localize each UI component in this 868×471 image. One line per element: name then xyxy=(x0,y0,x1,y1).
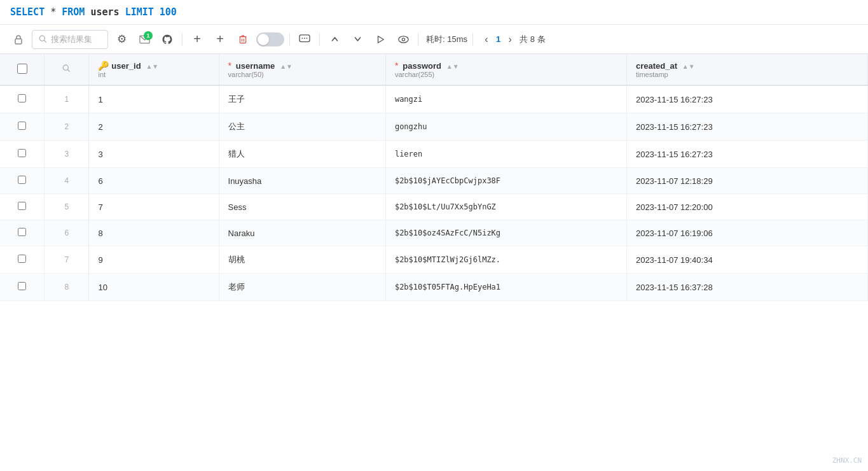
table-row[interactable]: 7 9 胡桃 $2b$10$MTIZlWj2Gj6lMZz. 2023-11-0… xyxy=(0,246,868,274)
row-checkbox[interactable] xyxy=(18,228,26,236)
preview-button[interactable] xyxy=(394,30,413,49)
table-row[interactable]: 3 3 猎人 lieren 2023-11-15 16:27:23 xyxy=(0,141,868,168)
cell-user_id[interactable]: 6 xyxy=(89,168,219,194)
cell-password[interactable]: $2b$10$oz4SAzFcC/N5izKg xyxy=(385,220,626,246)
row-checkbox-cell[interactable] xyxy=(0,168,45,194)
table-row[interactable]: 1 1 王子 wangzi 2023-11-15 16:27:23 xyxy=(0,85,868,113)
move-up-button[interactable] xyxy=(325,30,344,49)
select-all-header[interactable] xyxy=(0,54,45,85)
row-checkbox[interactable] xyxy=(18,94,26,102)
table-row[interactable]: 2 2 公主 gongzhu 2023-11-15 16:27:23 xyxy=(0,113,868,141)
settings-button[interactable]: ⚙ xyxy=(112,30,131,49)
cell-created_at[interactable]: 2023-11-15 16:27:23 xyxy=(626,113,867,141)
add2-icon: + xyxy=(216,32,224,46)
cell-created_at[interactable]: 2023-11-07 12:18:29 xyxy=(626,168,867,194)
col-header-user_id[interactable]: 🔑 user_id ▲▼ int xyxy=(89,54,219,85)
row-checkbox-cell[interactable] xyxy=(0,113,45,141)
cell-username[interactable]: 公主 xyxy=(219,113,385,141)
cell-username[interactable]: Inuyasha xyxy=(219,168,385,194)
cell-username[interactable]: 王子 xyxy=(219,85,385,113)
cell-user_id[interactable]: 8 xyxy=(89,220,219,246)
add-col-button[interactable]: + xyxy=(210,30,230,49)
cell-username[interactable]: 猎人 xyxy=(219,141,385,168)
cell-password[interactable]: lieren xyxy=(385,141,626,168)
cell-password[interactable]: $2b$10$MTIZlWj2Gj6lMZz. xyxy=(385,246,626,274)
mail-button[interactable]: 1 xyxy=(135,30,154,49)
toolbar: 搜索结果集 ⚙ 1 + + xyxy=(0,25,868,54)
table-row[interactable]: 8 10 老师 $2b$10$T05FTAg.HpEyeHa1 2023-11-… xyxy=(0,274,868,301)
svg-point-12 xyxy=(398,36,408,42)
cell-user_id[interactable]: 10 xyxy=(89,274,219,301)
cell-created_at[interactable]: 2023-11-07 19:40:34 xyxy=(626,246,867,274)
row-checkbox[interactable] xyxy=(18,149,26,157)
table-row[interactable]: 4 6 Inuyasha $2b$10$jAYEcCbpCwjpx38F 202… xyxy=(0,168,868,194)
cell-username[interactable]: 老师 xyxy=(219,274,385,301)
search-icon xyxy=(39,35,47,43)
chat-icon xyxy=(299,34,310,45)
cell-user_id[interactable]: 3 xyxy=(89,141,219,168)
delete-button[interactable] xyxy=(233,30,252,49)
svg-point-9 xyxy=(304,38,305,39)
row-checkbox[interactable] xyxy=(18,202,26,210)
sql-limit-val: 100 xyxy=(160,6,177,18)
move-down-button[interactable] xyxy=(348,30,367,49)
cell-created_at[interactable]: 2023-11-07 16:19:06 xyxy=(626,220,867,246)
cell-password[interactable]: gongzhu xyxy=(385,113,626,141)
sort-icon-created_at: ▲▼ xyxy=(682,63,695,70)
col-username-type: varchar(50) xyxy=(228,71,376,78)
row-checkbox-cell[interactable] xyxy=(0,246,45,274)
cell-username[interactable]: Sess xyxy=(219,194,385,220)
cell-password[interactable]: $2b$10$T05FTAg.HpEyeHa1 xyxy=(385,274,626,301)
svg-point-13 xyxy=(402,38,404,40)
cell-user_id[interactable]: 7 xyxy=(89,194,219,220)
add-row-button[interactable]: + xyxy=(188,30,207,49)
col-header-created_at[interactable]: created_at ▲▼ timestamp xyxy=(626,54,867,85)
cell-user_id[interactable]: 9 xyxy=(89,246,219,274)
cell-created_at[interactable]: 2023-11-15 16:37:28 xyxy=(626,274,867,301)
cell-password[interactable]: wangzi xyxy=(385,85,626,113)
row-number: 3 xyxy=(45,141,89,168)
table-row[interactable]: 5 7 Sess $2b$10$Lt/Uu7Xx5gbYnGZ 2023-11-… xyxy=(0,194,868,220)
table-row[interactable]: 6 8 Naraku $2b$10$oz4SAzFcC/N5izKg 2023-… xyxy=(0,220,868,246)
row-checkbox[interactable] xyxy=(18,122,26,130)
col-password-name: password xyxy=(403,61,441,71)
eye-icon xyxy=(398,36,409,43)
select-all-checkbox[interactable] xyxy=(17,64,27,74)
cell-created_at[interactable]: 2023-11-07 12:20:00 xyxy=(626,194,867,220)
col-created_at-type: timestamp xyxy=(636,71,858,78)
svg-marker-11 xyxy=(378,36,384,43)
cell-username[interactable]: 胡桃 xyxy=(219,246,385,274)
row-checkbox[interactable] xyxy=(18,176,26,184)
row-checkbox-cell[interactable] xyxy=(0,141,45,168)
cell-username[interactable]: Naraku xyxy=(219,220,385,246)
cell-user_id[interactable]: 2 xyxy=(89,113,219,141)
row-checkbox[interactable] xyxy=(18,282,26,290)
cell-password[interactable]: $2b$10$Lt/Uu7Xx5gbYnGZ xyxy=(385,194,626,220)
row-checkbox-cell[interactable] xyxy=(0,274,45,301)
row-checkbox-cell[interactable] xyxy=(0,85,45,113)
github-button[interactable] xyxy=(158,30,177,49)
cell-user_id[interactable]: 1 xyxy=(89,85,219,113)
cell-password[interactable]: $2b$10$jAYEcCbpCwjpx38F xyxy=(385,168,626,194)
chat-button[interactable] xyxy=(295,30,314,49)
lock-button[interactable] xyxy=(9,30,28,49)
sort-icon-password: ▲▼ xyxy=(446,63,459,70)
col-header-username[interactable]: * username ▲▼ varchar(50) xyxy=(219,54,385,85)
prev-page-button[interactable]: ‹ xyxy=(479,32,493,46)
col-header-password[interactable]: * password ▲▼ varchar(255) xyxy=(385,54,626,85)
row-checkbox-cell[interactable] xyxy=(0,194,45,220)
mail-badge: 1 xyxy=(144,31,153,40)
cell-created_at[interactable]: 2023-11-15 16:27:23 xyxy=(626,85,867,113)
search-box[interactable]: 搜索结果集 xyxy=(32,30,108,49)
cell-created_at[interactable]: 2023-11-15 16:27:23 xyxy=(626,141,867,168)
row-checkbox-cell[interactable] xyxy=(0,220,45,246)
total-count: 共 8 条 xyxy=(520,34,545,45)
timing-label: 耗时: 15ms xyxy=(426,34,467,45)
toggle-button[interactable] xyxy=(256,32,284,46)
row-number: 4 xyxy=(45,168,89,194)
next-page-button[interactable]: › xyxy=(503,32,517,46)
run-button[interactable] xyxy=(371,30,390,49)
row-checkbox[interactable] xyxy=(18,255,26,263)
row-number: 8 xyxy=(45,274,89,301)
github-icon xyxy=(162,34,173,45)
